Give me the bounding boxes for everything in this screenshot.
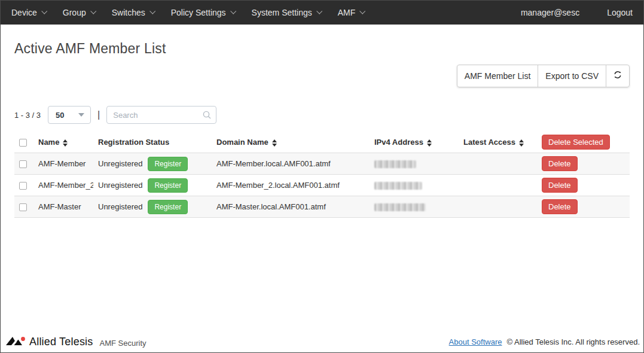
delete-button[interactable]: Delete <box>542 156 578 171</box>
domain-name-cell: AMF-Master.local.AMF001.atmf <box>212 196 370 218</box>
toolbar: AMF Member List Export to CSV <box>14 65 630 87</box>
delete-button[interactable]: Delete <box>542 178 578 193</box>
page-size-value: 50 <box>56 111 64 120</box>
actions-cell: Delete <box>537 175 630 196</box>
row-checkbox[interactable] <box>19 182 27 190</box>
column-header-latest-access[interactable]: Latest Access <box>459 132 537 153</box>
ipv4-redacted-value <box>374 160 416 168</box>
column-header-name[interactable]: Name <box>33 132 93 153</box>
chevron-down-icon <box>90 8 96 14</box>
amf-member-list-button[interactable]: AMF Member List <box>457 65 538 87</box>
nav-item-device[interactable]: Device <box>11 8 46 17</box>
top-navbar: Device Group Switches Policy Settings Sy… <box>1 1 643 25</box>
amf-security-app: { "navbar": { "items": [ { "label": "Dev… <box>0 0 644 353</box>
navbar-right: manager@sesc Logout <box>521 8 633 17</box>
copyright-text: © Allied Telesis Inc. All rights reserve… <box>507 337 640 346</box>
caret-down-icon <box>78 113 84 117</box>
footer: Allied Telesis AMF Security About Softwa… <box>1 331 643 352</box>
ipv4-redacted-value <box>374 182 422 190</box>
latest-access-cell <box>459 175 537 196</box>
toolbar-button-group: AMF Member List Export to CSV <box>457 65 630 87</box>
chevron-down-icon <box>316 8 322 14</box>
delete-button[interactable]: Delete <box>542 199 578 214</box>
ipv4-redacted-value <box>374 203 426 211</box>
registration-status-text: Unregistered <box>98 181 142 190</box>
ipv4-address-cell <box>370 153 459 175</box>
chevron-down-icon <box>41 8 47 14</box>
allied-telesis-logo: Allied Telesis <box>5 335 93 348</box>
row-checkbox[interactable] <box>19 160 27 168</box>
ipv4-address-cell <box>370 196 459 218</box>
logout-button[interactable]: Logout <box>607 8 633 17</box>
actions-cell: Delete <box>537 153 630 175</box>
column-header-ipv4-address[interactable]: IPv4 Address <box>370 132 459 153</box>
domain-name-cell: AMF-Member.local.AMF001.atmf <box>212 153 370 175</box>
nav-item-switches[interactable]: Switches <box>112 8 154 17</box>
amf-member-table: Name Registration Status Domain Name IPv… <box>14 132 630 218</box>
nav-item-label: AMF <box>338 8 356 17</box>
domain-name-cell: AMF-Member_2.local.AMF001.atmf <box>212 175 370 196</box>
chevron-down-icon <box>230 8 236 14</box>
actions-cell: Delete <box>537 196 630 218</box>
sort-icon <box>519 139 524 147</box>
pagination-range: 1 - 3 / 3 <box>14 111 41 120</box>
refresh-icon <box>612 69 623 83</box>
controls-separator: | <box>97 109 100 120</box>
nav-item-label: Group <box>63 8 86 17</box>
main-content: Active AMF Member List AMF Member List E… <box>1 41 643 218</box>
chevron-down-icon <box>149 8 155 14</box>
register-button[interactable]: Register <box>148 157 188 171</box>
nav-item-amf[interactable]: AMF <box>338 8 365 17</box>
page-size-select[interactable]: 50 <box>48 106 91 124</box>
table-row: AMF-Master Unregistered Register AMF-Mas… <box>14 196 630 218</box>
row-checkbox[interactable] <box>19 203 27 211</box>
search-box <box>106 106 216 124</box>
nav-item-policy-settings[interactable]: Policy Settings <box>171 8 235 17</box>
column-header-actions: Delete Selected <box>537 132 630 153</box>
refresh-button[interactable] <box>606 65 630 87</box>
table-row: AMF-Member Unregistered Register AMF-Mem… <box>14 153 630 175</box>
select-all-checkbox[interactable] <box>19 139 27 147</box>
nav-item-system-settings[interactable]: System Settings <box>252 8 321 17</box>
registration-status-cell: Unregistered Register <box>93 153 212 175</box>
column-header-domain-name[interactable]: Domain Name <box>212 132 370 153</box>
nav-item-label: System Settings <box>252 8 312 17</box>
register-button[interactable]: Register <box>148 200 188 214</box>
latest-access-cell <box>459 196 537 218</box>
product-name: AMF Security <box>100 339 146 348</box>
allied-telesis-logo-icon <box>5 335 26 348</box>
table-row: AMF-Member_2 Unregistered Register AMF-M… <box>14 175 630 196</box>
member-name-cell: AMF-Member_2 <box>33 175 93 196</box>
search-icon <box>202 110 212 122</box>
registration-status-cell: Unregistered Register <box>93 175 212 196</box>
sort-icon <box>63 139 68 147</box>
register-button[interactable]: Register <box>148 178 188 193</box>
nav-item-label: Switches <box>112 8 145 17</box>
latest-access-cell <box>459 153 537 175</box>
delete-selected-button[interactable]: Delete Selected <box>542 135 610 150</box>
nav-item-label: Device <box>11 8 37 17</box>
footer-right: About Software © Allied Telesis Inc. All… <box>449 337 640 346</box>
logged-in-user: manager@sesc <box>521 8 579 17</box>
list-controls: 1 - 3 / 3 50 | <box>14 106 630 124</box>
table-header-row: Name Registration Status Domain Name IPv… <box>14 132 630 153</box>
nav-item-label: Policy Settings <box>171 8 226 17</box>
brand-name: Allied Telesis <box>29 336 93 348</box>
ipv4-address-cell <box>370 175 459 196</box>
registration-status-text: Unregistered <box>98 159 142 168</box>
page-title: Active AMF Member List <box>14 41 630 57</box>
member-name-cell: AMF-Master <box>33 196 93 218</box>
member-name-cell: AMF-Member <box>33 153 93 175</box>
sort-icon <box>427 139 432 147</box>
about-software-link[interactable]: About Software <box>449 337 502 346</box>
export-to-csv-button[interactable]: Export to CSV <box>538 65 606 87</box>
nav-item-group[interactable]: Group <box>63 8 95 17</box>
registration-status-cell: Unregistered Register <box>93 196 212 218</box>
chevron-down-icon <box>360 8 366 14</box>
registration-status-text: Unregistered <box>98 202 142 211</box>
column-header-registration-status: Registration Status <box>93 132 212 153</box>
sort-icon <box>272 139 277 147</box>
search-input[interactable] <box>106 106 216 124</box>
